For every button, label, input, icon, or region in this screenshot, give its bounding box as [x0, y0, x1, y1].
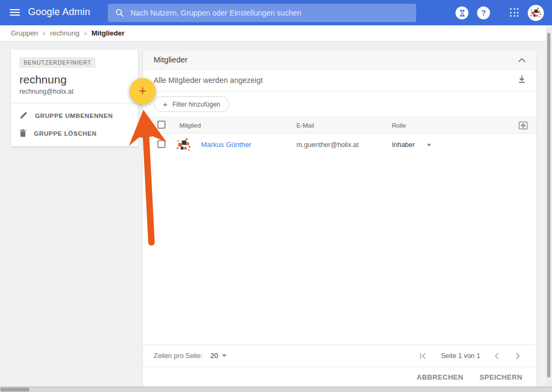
- group-name: rechnung: [19, 73, 129, 86]
- chevron-up-icon[interactable]: [518, 55, 526, 64]
- member-avatar: [176, 137, 191, 152]
- panel-action-bar: ABBRECHEN SPEICHERN: [143, 367, 536, 387]
- row-checkbox[interactable]: [157, 140, 165, 148]
- search-icon: [115, 9, 124, 17]
- breadcrumb-rechnung[interactable]: rechnung: [50, 29, 79, 37]
- column-header-rolle: Rolle: [392, 122, 406, 129]
- rows-per-page-select[interactable]: 20: [210, 352, 218, 360]
- app-logo: Google Admin: [28, 6, 90, 18]
- pencil-icon: [19, 111, 27, 120]
- members-panel-header: Mitglieder: [143, 51, 536, 69]
- trash-icon: [19, 129, 26, 137]
- rename-group-button[interactable]: GRUPPE UMBENENNEN: [11, 107, 138, 124]
- search-bar[interactable]: [108, 4, 416, 22]
- cancel-button[interactable]: ABBRECHEN: [411, 370, 469, 384]
- member-row: Markus Günther m.guenther@holix.at Inhab…: [143, 134, 536, 156]
- chevron-down-icon[interactable]: [427, 144, 431, 146]
- first-page-icon[interactable]: [419, 353, 427, 359]
- delete-group-button[interactable]: GRUPPE LÖSCHEN: [11, 124, 138, 142]
- vertical-scrollbar: [546, 25, 552, 387]
- add-filter-label: Filter hinzufügen: [172, 101, 220, 108]
- top-app-bar: Google Admin ?: [0, 0, 552, 25]
- rows-per-page-label: Zeilen pro Seite:: [154, 352, 203, 360]
- member-role-select[interactable]: Inhaber: [392, 141, 415, 149]
- group-type-badge: BENUTZERDEFINIERT: [19, 57, 95, 68]
- user-avatar[interactable]: [528, 5, 544, 21]
- member-email: m.guenther@holix.at: [296, 141, 359, 149]
- horizontal-scrollbar: [0, 387, 552, 392]
- members-panel: Mitglieder Alle Mitglieder werden angeze…: [143, 51, 536, 387]
- breadcrumb: Gruppen > rechnung > Mitglieder: [0, 25, 552, 41]
- download-icon[interactable]: [518, 75, 526, 85]
- divider: [11, 103, 138, 103]
- column-header-email: E-Mail: [296, 122, 314, 129]
- pagination-row: Zeilen pro Seite: 20 Seite 1 von 1: [143, 345, 536, 366]
- search-input[interactable]: [130, 9, 409, 17]
- member-name-link[interactable]: Markus Günther: [201, 141, 251, 149]
- prev-page-icon[interactable]: [494, 353, 499, 359]
- column-header-mitglied: Mitglied: [180, 122, 201, 129]
- members-status-row: Alle Mitglieder werden angezeigt: [143, 69, 536, 92]
- plus-icon: +: [163, 100, 168, 108]
- add-fab-icon: +: [139, 84, 147, 97]
- add-filter-chip[interactable]: + Filter hinzufügen: [154, 96, 229, 112]
- chevron-down-icon[interactable]: [222, 354, 226, 357]
- save-button[interactable]: SPEICHERN: [474, 370, 528, 384]
- select-all-checkbox[interactable]: [157, 121, 165, 129]
- help-icon[interactable]: ?: [477, 6, 490, 19]
- add-member-fab[interactable]: +: [129, 78, 156, 104]
- tasks-icon[interactable]: [456, 6, 468, 19]
- breadcrumb-separator-icon: >: [84, 30, 87, 37]
- group-info-card: BENUTZERDEFINIERT rechnung rechnung@holi…: [11, 50, 138, 146]
- next-page-icon[interactable]: [515, 353, 520, 359]
- apps-grid-icon[interactable]: [510, 8, 520, 18]
- group-email: rechnung@holix.at: [19, 88, 129, 95]
- members-table-header: Mitglied E-Mail Rolle: [143, 117, 536, 134]
- manage-columns-icon[interactable]: [519, 121, 528, 132]
- google-admin-screen: Google Admin ?: [0, 0, 552, 392]
- horizontal-scrollbar-thumb[interactable]: [1, 388, 29, 391]
- page-indicator: Seite 1 von 1: [441, 352, 480, 360]
- delete-group-label: GRUPPE LÖSCHEN: [34, 130, 96, 137]
- breadcrumb-separator-icon: >: [43, 30, 46, 37]
- members-panel-title: Mitglieder: [154, 55, 188, 64]
- breadcrumb-mitglieder: Mitglieder: [92, 29, 125, 37]
- rename-group-label: GRUPPE UMBENENNEN: [35, 113, 113, 119]
- menu-icon[interactable]: [10, 9, 20, 16]
- breadcrumb-gruppen[interactable]: Gruppen: [11, 29, 38, 37]
- members-status-text: Alle Mitglieder werden angezeigt: [154, 76, 263, 85]
- vertical-scrollbar-thumb[interactable]: [547, 33, 550, 377]
- pager: Seite 1 von 1: [419, 352, 520, 360]
- filter-row: + Filter hinzufügen: [143, 92, 536, 117]
